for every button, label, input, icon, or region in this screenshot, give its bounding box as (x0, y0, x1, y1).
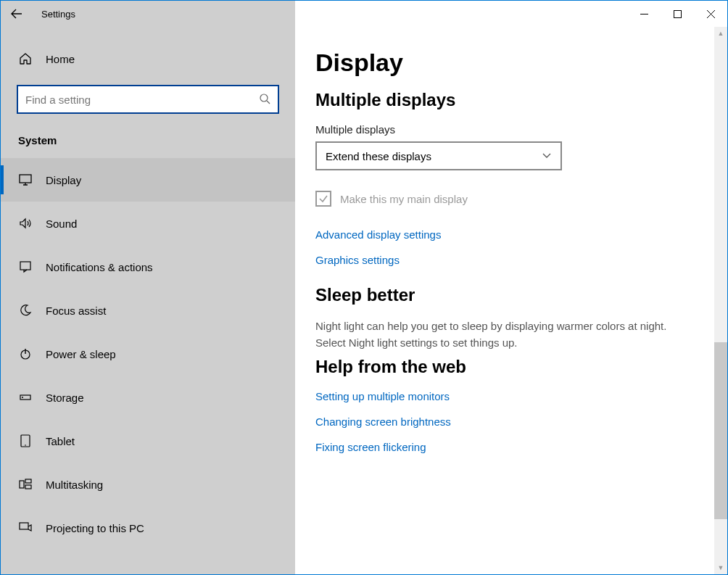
monitor-icon (18, 173, 33, 187)
search-input[interactable] (25, 94, 259, 106)
sidebar-item-label: Storage (46, 392, 84, 404)
main-display-checkbox (315, 191, 331, 207)
sidebar-item-projecting[interactable]: Projecting to this PC (1, 506, 295, 550)
sidebar-item-label: Focus assist (46, 305, 106, 317)
project-icon (18, 521, 33, 535)
sidebar-item-label: Projecting to this PC (46, 522, 144, 534)
back-arrow-icon (11, 8, 22, 20)
scroll-down-arrow-icon[interactable]: ▼ (714, 561, 727, 574)
multiple-displays-dropdown[interactable]: Extend these displays (315, 141, 562, 170)
svg-rect-11 (25, 485, 31, 489)
search-icon (259, 93, 270, 107)
sidebar-item-sound[interactable]: Sound (1, 202, 295, 245)
svg-rect-0 (674, 10, 681, 17)
svg-point-1 (260, 94, 268, 102)
page-title: Display (315, 49, 692, 77)
sidebar-item-label: Display (46, 174, 81, 186)
multitasking-icon (18, 477, 33, 492)
sidebar-item-label: Notifications & actions (46, 261, 153, 273)
minimize-icon (640, 10, 648, 18)
moon-icon (18, 303, 33, 318)
svg-rect-10 (25, 479, 31, 483)
section-sleep-better-heading: Sleep better (315, 285, 692, 305)
search-container (17, 85, 279, 114)
scroll-track[interactable] (714, 40, 727, 561)
main-scroll-area: Display Multiple displays Multiple displ… (295, 27, 714, 574)
multiple-displays-label: Multiple displays (315, 123, 692, 136)
sidebar-item-focus-assist[interactable]: Focus assist (1, 289, 295, 332)
sidebar-item-label: Multitasking (46, 479, 103, 491)
sidebar-item-tablet[interactable]: Tablet (1, 419, 295, 463)
back-button[interactable] (1, 1, 33, 27)
scroll-up-arrow-icon[interactable]: ▲ (714, 27, 727, 40)
content-area: Home System Display Sound Notificat (1, 27, 727, 574)
sidebar-item-display[interactable]: Display (1, 158, 295, 202)
vertical-scrollbar[interactable]: ▲ ▼ (714, 27, 727, 574)
main-panel: Display Multiple displays Multiple displ… (295, 27, 727, 574)
title-bar-left: Settings (1, 1, 295, 27)
link-help-flickering[interactable]: Fixing screen flickering (315, 441, 426, 453)
link-help-multiple-monitors[interactable]: Setting up multiple monitors (315, 390, 450, 402)
sidebar-item-storage[interactable]: Storage (1, 376, 295, 419)
sidebar-item-notifications[interactable]: Notifications & actions (1, 245, 295, 289)
checkmark-icon (318, 194, 328, 204)
svg-point-6 (22, 397, 23, 398)
sleep-better-body: Night light can help you get to sleep by… (315, 318, 692, 351)
sidebar-item-multitasking[interactable]: Multitasking (1, 463, 295, 506)
sidebar: Home System Display Sound Notificat (1, 27, 295, 574)
sidebar-nav-list: Display Sound Notifications & actions Fo… (1, 158, 295, 550)
app-title: Settings (33, 9, 75, 20)
section-multiple-displays-heading: Multiple displays (315, 90, 692, 110)
link-graphics-settings[interactable]: Graphics settings (315, 254, 400, 266)
sidebar-item-label: Sound (46, 218, 77, 230)
speaker-icon (18, 216, 33, 231)
link-help-brightness[interactable]: Changing screen brightness (315, 415, 451, 428)
sidebar-home-label: Home (46, 53, 75, 65)
chevron-down-icon (542, 150, 552, 162)
dropdown-value: Extend these displays (326, 150, 431, 162)
scroll-thumb[interactable] (714, 342, 727, 519)
svg-point-8 (25, 444, 26, 446)
svg-rect-3 (20, 262, 30, 270)
close-icon (707, 10, 715, 18)
sidebar-category: System (1, 114, 295, 158)
sidebar-item-label: Tablet (46, 435, 75, 447)
link-advanced-display-settings[interactable]: Advanced display settings (315, 228, 441, 241)
tablet-icon (18, 434, 33, 448)
main-display-checkbox-label: Make this my main display (340, 193, 468, 205)
storage-icon (18, 390, 33, 405)
notifications-icon (18, 260, 33, 274)
sidebar-item-power-sleep[interactable]: Power & sleep (1, 332, 295, 376)
sidebar-item-label: Power & sleep (46, 348, 116, 360)
svg-rect-12 (20, 523, 28, 529)
maximize-button[interactable] (661, 2, 694, 25)
sidebar-home[interactable]: Home (1, 41, 295, 76)
title-bar: Settings (1, 1, 727, 27)
main-display-checkbox-row: Make this my main display (315, 191, 692, 207)
svg-rect-9 (20, 481, 24, 488)
maximize-icon (674, 10, 682, 18)
minimize-button[interactable] (627, 2, 661, 25)
window-controls (295, 1, 727, 27)
section-help-heading: Help from the web (315, 357, 692, 377)
home-icon (18, 51, 33, 66)
search-box[interactable] (17, 85, 279, 114)
svg-rect-2 (20, 175, 31, 183)
power-icon (18, 347, 33, 361)
close-button[interactable] (694, 2, 727, 25)
